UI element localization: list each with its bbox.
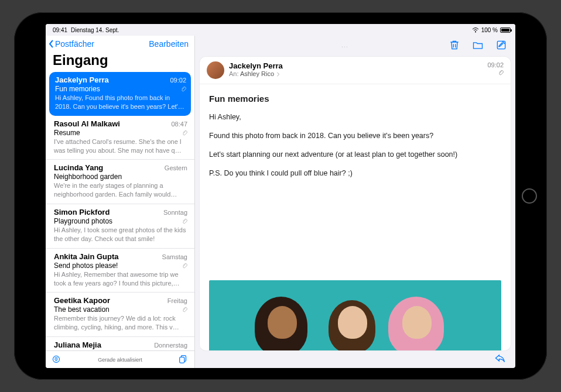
- message-subject: Fun memories: [209, 94, 501, 104]
- paperclip-icon: [182, 307, 187, 312]
- message-pane: ⸱⸱⸱ Jackelyn Perra: [195, 36, 515, 368]
- copy-icon[interactable]: [178, 354, 189, 366]
- battery-percent: 100 %: [481, 27, 498, 33]
- paperclip-icon: [180, 86, 186, 92]
- paperclip-icon: [182, 263, 187, 269]
- mail-preview: Hi Ashley, Remember that awesome trip we…: [54, 270, 187, 288]
- paperclip-icon: [182, 218, 187, 224]
- inbox-title: Eingang: [46, 51, 194, 72]
- mail-time: Sonntag: [163, 209, 187, 216]
- mail-sender: Jackelyn Perra: [55, 75, 109, 84]
- mail-time: Samstag: [162, 253, 187, 260]
- mail-item[interactable]: Lucinda YangGesternNeighborhood gardenWe…: [46, 160, 194, 204]
- paperclip-icon: [182, 130, 187, 136]
- ipad-frame: 09:41 Dienstag 14. Sept. 100 % Post: [14, 12, 547, 380]
- sync-status: Gerade aktualisiert: [98, 357, 142, 363]
- paperclip-icon: [498, 70, 504, 75]
- mail-item[interactable]: Simon PickfordSonntagPlayground photosHi…: [46, 204, 194, 249]
- mail-time: Donnerstag: [154, 342, 187, 349]
- to-name: Ashley Rico: [240, 70, 274, 77]
- mail-time: Freitag: [167, 297, 187, 304]
- drag-handle-icon[interactable]: ⸱⸱⸱: [341, 42, 348, 50]
- mail-preview: Hi Ashley, I took some great photos of t…: [54, 226, 187, 243]
- avatar[interactable]: [207, 61, 224, 79]
- mailbox-sidebar: Postfächer Bearbeiten Eingang Jackelyn P…: [46, 36, 195, 368]
- mail-subject: Neighborhood garden: [54, 173, 122, 181]
- message-card: Jackelyn Perra An: Ashley Rico 09:02: [200, 57, 511, 350]
- body-para-1: Found this photo from back in 2018. Can …: [209, 130, 501, 141]
- compose-icon[interactable]: [495, 39, 507, 53]
- mail-item[interactable]: Ankita Jain GuptaSamstagSend photos plea…: [46, 249, 194, 293]
- sidebar-footer: Gerade aktualisiert: [46, 350, 194, 368]
- back-label: Postfächer: [55, 39, 94, 49]
- trash-icon[interactable]: [449, 39, 460, 53]
- svg-rect-3: [180, 357, 184, 363]
- message-header: Jackelyn Perra An: Ashley Rico 09:02: [200, 57, 511, 84]
- body-para-3: P.S. Do you think I could pull off blue …: [209, 168, 501, 178]
- mail-sender: Juliana Mejia: [54, 341, 101, 349]
- body-para-2: Let's start planning our next adventure …: [209, 149, 501, 160]
- attachment-photo[interactable]: [209, 280, 501, 350]
- mail-sender: Ankita Jain Gupta: [54, 252, 119, 261]
- message-body[interactable]: Fun memories Hi Ashley, Found this photo…: [200, 84, 511, 350]
- mail-preview: I've attached Carol's resume. She's the …: [54, 137, 187, 155]
- folder-icon[interactable]: [472, 39, 484, 53]
- mail-preview: Remember this journey? We did a lot: roc…: [54, 314, 187, 332]
- filter-icon[interactable]: [52, 355, 61, 365]
- detail-toolbar: ⸱⸱⸱: [195, 36, 515, 57]
- home-button[interactable]: [522, 188, 537, 204]
- mail-sender: Rasoul Al Malkawi: [54, 119, 120, 128]
- mail-sender: Geetika Kapoor: [54, 296, 110, 305]
- wifi-icon: [472, 27, 479, 33]
- to-label: An:: [229, 70, 239, 77]
- message-time: 09:02: [487, 61, 504, 68]
- status-bar: 09:41 Dienstag 14. Sept. 100 %: [46, 24, 515, 36]
- mail-time: 09:02: [170, 77, 186, 84]
- mail-item[interactable]: Juliana MejiaDonnerstagNew hiking trail: [46, 337, 194, 350]
- screen: 09:41 Dienstag 14. Sept. 100 % Post: [46, 24, 515, 368]
- body-greeting: Hi Ashley,: [209, 112, 501, 122]
- mail-subject: Send photos please!: [54, 262, 118, 270]
- chevron-right-icon: [276, 72, 280, 77]
- mail-sender: Lucinda Yang: [54, 163, 103, 172]
- message-from[interactable]: Jackelyn Perra: [229, 61, 483, 70]
- mail-item[interactable]: Geetika KapoorFreitagThe best vacationRe…: [46, 293, 194, 337]
- detail-footer: [195, 350, 515, 368]
- status-date: Dienstag 14. Sept.: [71, 27, 119, 33]
- svg-point-0: [475, 32, 476, 33]
- mail-list[interactable]: Jackelyn Perra09:02Fun memoriesHi Ashley…: [46, 72, 194, 350]
- battery-full-icon: [500, 27, 511, 33]
- message-to[interactable]: An: Ashley Rico: [229, 70, 483, 77]
- mail-subject: Fun memories: [55, 85, 100, 93]
- mail-time: Gestern: [165, 164, 187, 171]
- mail-time: 08:47: [171, 121, 187, 128]
- mail-subject: The best vacation: [54, 305, 110, 314]
- mail-preview: Hi Ashley, Found this photo from back in…: [55, 94, 186, 111]
- mail-item[interactable]: Jackelyn Perra09:02Fun memoriesHi Ashley…: [49, 72, 191, 116]
- mail-sender: Simon Pickford: [54, 208, 110, 216]
- mail-preview: We're in the early stages of planning a …: [54, 181, 187, 199]
- mail-item[interactable]: Rasoul Al Malkawi08:47ResumeI've attache…: [46, 116, 194, 160]
- mail-subject: Resume: [54, 129, 80, 137]
- status-time: 09:41: [53, 27, 67, 33]
- edit-button[interactable]: Bearbeiten: [149, 39, 189, 49]
- reply-icon[interactable]: [494, 353, 506, 366]
- back-button[interactable]: Postfächer: [48, 39, 94, 49]
- mail-subject: Playground photos: [54, 217, 112, 225]
